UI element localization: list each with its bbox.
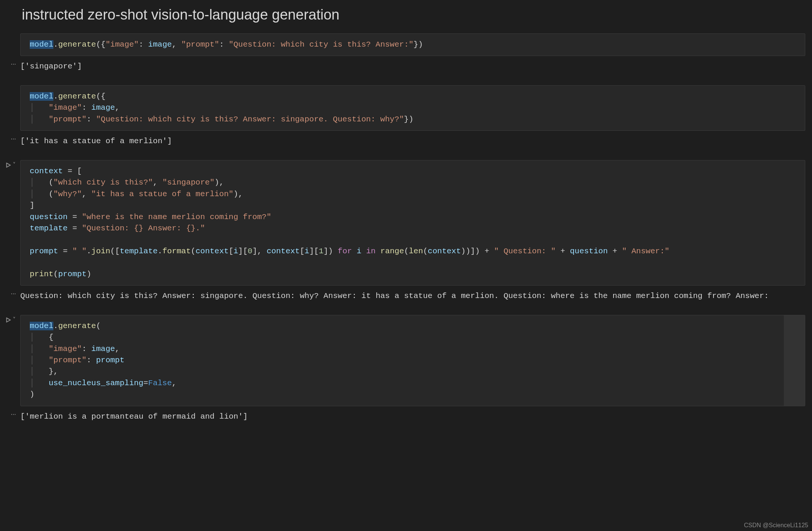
more-icon[interactable]: ··· (11, 134, 16, 143)
more-icon[interactable]: ··· (11, 410, 16, 418)
chevron-down-icon[interactable]: ˅ (13, 161, 16, 168)
code-cell-4: ˅ model.generate( │ { │ "image": image, … (0, 315, 812, 406)
code-editor[interactable]: model.generate({"image": image, "prompt"… (20, 33, 805, 56)
cell-gutter[interactable]: ··· (0, 58, 20, 68)
code-cell-2: model.generate({ │ "image": image, │ "pr… (0, 85, 812, 131)
cell-gutter[interactable]: ˅ (0, 315, 20, 325)
output-cell-1: ··· ['singapore'] (0, 58, 812, 80)
code-editor[interactable]: context = [ │ ("which city is this?", "s… (20, 160, 805, 286)
more-icon[interactable]: ··· (11, 59, 16, 68)
identifier-model: model (30, 322, 53, 330)
output-cell-3: ··· Question: which city is this? Answer… (0, 288, 812, 310)
output-cell-2: ··· ['it has a statue of a merlion'] (0, 133, 812, 155)
section-heading: instructed zero-shot vision-to-language … (0, 0, 812, 33)
code-cell-1: model.generate({"image": image, "prompt"… (0, 33, 812, 56)
cell-gutter[interactable]: ··· (0, 288, 20, 298)
identifier-model: model (30, 40, 53, 49)
cell-output: ['singapore'] (20, 58, 805, 80)
identifier-model: model (30, 92, 53, 101)
method-generate: generate (58, 40, 96, 49)
code-editor[interactable]: model.generate({ │ "image": image, │ "pr… (20, 85, 805, 131)
cell-gutter (0, 33, 20, 35)
more-icon[interactable]: ··· (11, 289, 16, 298)
cell-gutter (0, 85, 20, 86)
cell-gutter[interactable]: ··· (0, 408, 20, 418)
cell-output: ['it has a statue of a merlion'] (20, 133, 805, 155)
cell-gutter[interactable]: ˅ (0, 160, 20, 170)
cell-output: ['merlion is a portmanteau of mermaid an… (20, 408, 805, 424)
cell-gutter[interactable]: ··· (0, 133, 20, 143)
run-cell-icon[interactable] (6, 161, 11, 170)
code-cell-3: ˅ context = [ │ ("which city is this?", … (0, 160, 812, 286)
chevron-down-icon[interactable]: ˅ (13, 316, 16, 323)
watermark: CSDN @ScienceLi1125 (744, 522, 808, 529)
run-cell-icon[interactable] (6, 316, 11, 325)
output-cell-4: ··· ['merlion is a portmanteau of mermai… (0, 408, 812, 424)
code-editor[interactable]: model.generate( │ { │ "image": image, │ … (20, 315, 805, 406)
cell-output: Question: which city is this? Answer: si… (20, 288, 805, 310)
